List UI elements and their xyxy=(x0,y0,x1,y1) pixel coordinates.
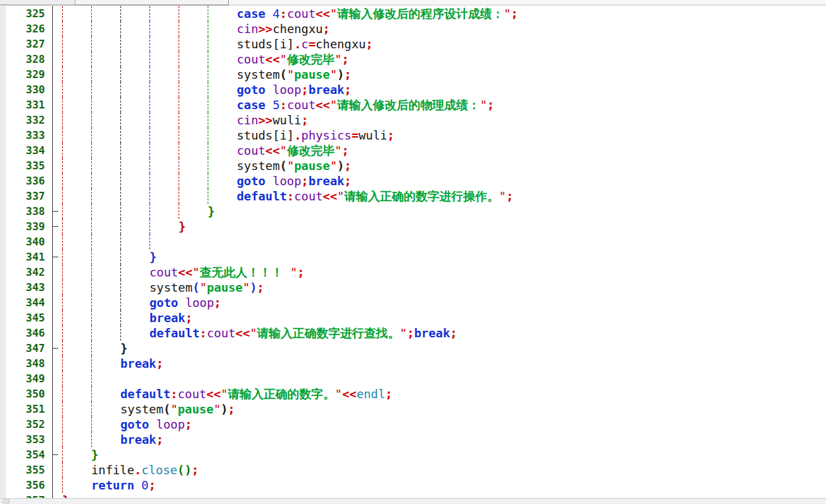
code-line[interactable]: 330goto loop;break; xyxy=(0,82,826,97)
code-line[interactable]: 355infile.close(); xyxy=(0,462,826,478)
nav-bar-segment-left[interactable] xyxy=(0,0,75,5)
code-line[interactable]: 341} xyxy=(0,249,826,265)
breakpoint-margin[interactable] xyxy=(0,189,6,204)
code-area[interactable]: 325case 4:cout<<"请输入修改后的程序设计成绩：";326cin>… xyxy=(0,6,826,504)
code-line[interactable]: 335system("pause"); xyxy=(0,158,826,173)
code-line[interactable]: 329system("pause"); xyxy=(0,67,826,82)
line-number[interactable]: 329 xyxy=(6,67,48,82)
breakpoint-margin[interactable] xyxy=(0,432,6,447)
line-number[interactable]: 345 xyxy=(6,310,48,325)
breakpoint-margin[interactable] xyxy=(0,112,6,128)
line-number[interactable]: 341 xyxy=(6,249,48,265)
line-number[interactable]: 342 xyxy=(6,265,48,280)
line-number[interactable]: 334 xyxy=(6,143,48,158)
scrollbar-grip-icon[interactable] xyxy=(3,499,9,503)
breakpoint-margin[interactable] xyxy=(0,447,6,462)
breakpoint-margin[interactable] xyxy=(0,295,6,310)
breakpoint-margin[interactable] xyxy=(0,280,6,295)
code-line[interactable]: 343system("pause"); xyxy=(0,280,826,295)
code-line[interactable]: 351system("pause"); xyxy=(0,401,826,417)
breakpoint-margin[interactable] xyxy=(0,97,6,112)
breakpoint-margin[interactable] xyxy=(0,371,6,386)
line-number[interactable]: 346 xyxy=(6,325,48,341)
code-line[interactable]: 339} xyxy=(0,219,826,234)
line-number[interactable]: 328 xyxy=(6,52,48,67)
line-number[interactable]: 353 xyxy=(6,432,48,447)
line-number[interactable]: 338 xyxy=(6,204,48,219)
code-line[interactable]: 328cout<<"修改完毕"; xyxy=(0,52,826,67)
breakpoint-margin[interactable] xyxy=(0,67,6,82)
breakpoint-margin[interactable] xyxy=(0,173,6,189)
code-line[interactable]: 340 xyxy=(0,234,826,249)
line-number[interactable]: 350 xyxy=(6,386,48,401)
breakpoint-margin[interactable] xyxy=(0,462,6,478)
code-line[interactable]: 327studs[i].c=chengxu; xyxy=(0,36,826,52)
line-number[interactable]: 325 xyxy=(6,6,48,21)
line-number[interactable]: 349 xyxy=(6,371,48,386)
breakpoint-margin[interactable] xyxy=(0,128,6,143)
line-number[interactable]: 330 xyxy=(6,82,48,97)
code-line[interactable]: 354} xyxy=(0,447,826,462)
line-number[interactable]: 356 xyxy=(6,478,48,493)
breakpoint-margin[interactable] xyxy=(0,82,6,97)
line-number[interactable]: 337 xyxy=(6,189,48,204)
code-line[interactable]: 349 xyxy=(0,371,826,386)
code-line[interactable]: 348break; xyxy=(0,356,826,371)
line-number[interactable]: 340 xyxy=(6,234,48,249)
code-line[interactable]: 332cin>>wuli; xyxy=(0,112,826,128)
code-line[interactable]: 326cin>>chengxu; xyxy=(0,21,826,36)
breakpoint-margin[interactable] xyxy=(0,417,6,432)
code-line[interactable]: 356return 0; xyxy=(0,478,826,493)
code-line[interactable]: 353break; xyxy=(0,432,826,447)
code-line[interactable]: 337default:cout<<"请输入正确的数字进行操作。"; xyxy=(0,189,826,204)
line-number[interactable]: 331 xyxy=(6,97,48,112)
line-number[interactable]: 347 xyxy=(6,341,48,356)
line-number[interactable]: 332 xyxy=(6,112,48,128)
breakpoint-margin[interactable] xyxy=(0,356,6,371)
code-line[interactable]: 325case 4:cout<<"请输入修改后的程序设计成绩："; xyxy=(0,6,826,21)
code-line[interactable]: 334cout<<"修改完毕"; xyxy=(0,143,826,158)
breakpoint-margin[interactable] xyxy=(0,219,6,234)
line-number[interactable]: 352 xyxy=(6,417,48,432)
horizontal-scrollbar[interactable] xyxy=(0,498,826,504)
breakpoint-margin[interactable] xyxy=(0,386,6,401)
breakpoint-margin[interactable] xyxy=(0,478,6,493)
code-line[interactable]: 347} xyxy=(0,341,826,356)
line-number[interactable]: 326 xyxy=(6,21,48,36)
code-line[interactable]: 352goto loop; xyxy=(0,417,826,432)
breakpoint-margin[interactable] xyxy=(0,143,6,158)
code-line[interactable]: 331case 5:cout<<"请输入修改后的物理成绩："; xyxy=(0,97,826,112)
breakpoint-margin[interactable] xyxy=(0,52,6,67)
code-line[interactable]: 350default:cout<<"请输入正确的数字。"<<endl; xyxy=(0,386,826,401)
code-line[interactable]: 345break; xyxy=(0,310,826,325)
breakpoint-margin[interactable] xyxy=(0,249,6,265)
breakpoint-margin[interactable] xyxy=(0,325,6,341)
line-number[interactable]: 344 xyxy=(6,295,48,310)
breakpoint-margin[interactable] xyxy=(0,265,6,280)
line-number[interactable]: 335 xyxy=(6,158,48,173)
breakpoint-margin[interactable] xyxy=(0,6,6,21)
line-number[interactable]: 343 xyxy=(6,280,48,295)
breakpoint-margin[interactable] xyxy=(0,234,6,249)
code-line[interactable]: 342cout<<"查无此人！！！ "; xyxy=(0,265,826,280)
breakpoint-margin[interactable] xyxy=(0,401,6,417)
line-number[interactable]: 333 xyxy=(6,128,48,143)
code-line[interactable]: 346default:cout<<"请输入正确数字进行查找。";break; xyxy=(0,325,826,341)
breakpoint-margin[interactable] xyxy=(0,21,6,36)
line-number[interactable]: 336 xyxy=(6,173,48,189)
code-line[interactable]: 344goto loop; xyxy=(0,295,826,310)
breakpoint-margin[interactable] xyxy=(0,204,6,219)
breakpoint-margin[interactable] xyxy=(0,158,6,173)
breakpoint-margin[interactable] xyxy=(0,36,6,52)
line-number[interactable]: 339 xyxy=(6,219,48,234)
line-number[interactable]: 348 xyxy=(6,356,48,371)
line-number[interactable]: 351 xyxy=(6,401,48,417)
line-number[interactable]: 355 xyxy=(6,462,48,478)
breakpoint-margin[interactable] xyxy=(0,310,6,325)
line-number[interactable]: 327 xyxy=(6,36,48,52)
nav-bar-segment-middle[interactable] xyxy=(75,0,229,5)
code-line[interactable]: 338} xyxy=(0,204,826,219)
code-line[interactable]: 336goto loop;break; xyxy=(0,173,826,189)
code-line[interactable]: 333studs[i].physics=wuli; xyxy=(0,128,826,143)
line-number[interactable]: 354 xyxy=(6,447,48,462)
